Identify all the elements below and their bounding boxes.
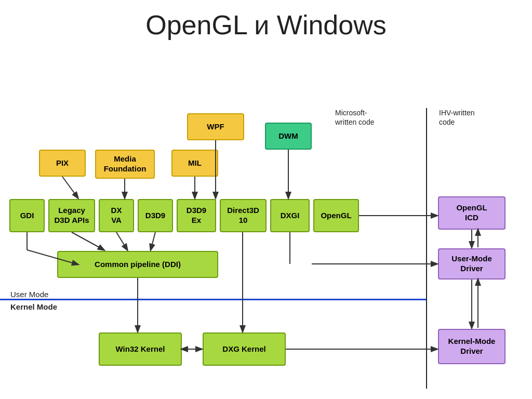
wpf-box: WPF (187, 113, 244, 140)
kernel-mode-label: Kernel Mode (10, 302, 57, 311)
user-mode-driver-box: User-ModeDriver (438, 248, 506, 280)
dxgi-box: DXGI (270, 199, 310, 232)
svg-line-7 (72, 232, 104, 250)
opengl-icd-box: OpenGLICD (438, 196, 506, 230)
kernel-mode-driver-box: Kernel-ModeDriver (438, 329, 506, 364)
media-foundation-box: MediaFoundation (95, 150, 155, 179)
page-title: OpenGL и Windows (0, 0, 532, 46)
svg-line-9 (151, 232, 155, 250)
legacy-d3d-box: LegacyD3D APIs (48, 199, 95, 232)
common-pipeline-box: Common pipeline (DDI) (57, 251, 218, 278)
pix-box: PIX (39, 150, 86, 177)
vertical-divider (426, 108, 427, 389)
mil-box: MIL (171, 150, 218, 177)
user-mode-line (0, 299, 426, 300)
diagram-area: Microsoft-written code IHV-writtencode U… (0, 46, 532, 399)
svg-line-4 (62, 177, 78, 198)
win32-kernel-box: Win32 Kernel (99, 332, 182, 366)
d3d9ex-box: D3D9Ex (177, 199, 216, 232)
svg-line-8 (116, 232, 127, 250)
direct3d10-box: Direct3D10 (220, 199, 267, 232)
dx-va-box: DXVA (99, 199, 134, 232)
gdi-box: GDI (9, 199, 45, 232)
dwm-box: DWM (265, 123, 312, 150)
dxg-kernel-box: DXG Kernel (203, 332, 286, 366)
ihv-written-label: IHV-writtencode (439, 108, 507, 127)
user-mode-label: User Mode (10, 290, 48, 299)
microsoft-written-label: Microsoft-written code (335, 108, 403, 127)
d3d9-box: D3D9 (138, 199, 173, 232)
opengl-box: OpenGL (313, 199, 359, 232)
